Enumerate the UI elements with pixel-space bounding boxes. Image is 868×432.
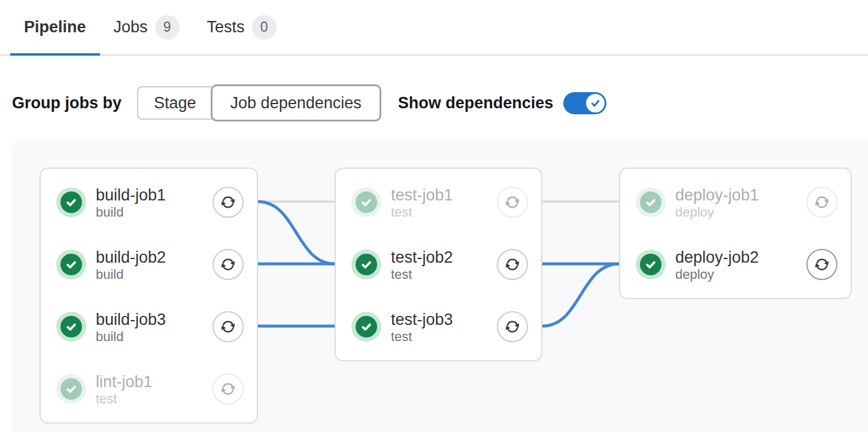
job-node-build-job1[interactable]: build-job1 build <box>56 183 244 221</box>
toggle-knob <box>586 94 605 112</box>
retry-button[interactable] <box>213 187 244 218</box>
success-check-icon <box>351 187 381 217</box>
job-node-test-job1[interactable]: test-job1 test <box>351 183 528 221</box>
retry-button[interactable] <box>497 249 528 280</box>
job-group-test: test-job1 test test-job2 test test-job3 … <box>335 168 542 361</box>
job-stage: test <box>96 391 153 406</box>
job-node-test-job3[interactable]: test-job3 test <box>351 308 528 346</box>
job-node-deploy-job1[interactable]: deploy-job1 deploy <box>636 183 837 221</box>
jobs-count-badge: 9 <box>155 15 180 39</box>
job-stage: build <box>96 205 166 220</box>
retry-icon <box>219 255 237 273</box>
job-stage: test <box>391 329 453 344</box>
job-name[interactable]: deploy-job2 <box>675 248 759 267</box>
job-stage: test <box>391 267 453 282</box>
pipeline-tab-bar: Pipeline Jobs 9 Tests 0 <box>0 0 868 56</box>
success-check-icon <box>636 250 666 279</box>
job-node-build-job2[interactable]: build-job2 build <box>56 245 244 284</box>
retry-button[interactable] <box>213 311 244 342</box>
tab-pipeline[interactable]: Pipeline <box>10 0 100 54</box>
success-check-icon <box>636 187 666 217</box>
group-by-stage-button[interactable]: Stage <box>137 86 212 120</box>
tab-label: Jobs <box>114 18 148 36</box>
pipeline-graph: build-job1 build build-job2 build build-… <box>12 139 868 432</box>
check-icon <box>590 98 601 109</box>
job-name[interactable]: test-job3 <box>391 310 453 329</box>
job-stage: deploy <box>675 205 759 220</box>
success-check-icon <box>56 250 86 279</box>
retry-button[interactable] <box>806 187 837 218</box>
group-jobs-by-label: Group jobs by <box>12 94 122 112</box>
retry-button[interactable] <box>213 249 244 280</box>
retry-button[interactable] <box>213 373 244 404</box>
job-name[interactable]: build-job3 <box>96 310 166 329</box>
job-name[interactable]: lint-job1 <box>96 372 153 391</box>
job-stage: build <box>96 267 166 282</box>
job-name[interactable]: deploy-job1 <box>675 185 759 205</box>
retry-icon <box>813 255 831 273</box>
retry-icon <box>219 380 237 398</box>
job-stage: test <box>391 205 453 220</box>
retry-icon <box>219 318 237 336</box>
retry-icon <box>503 255 521 273</box>
retry-icon <box>503 318 521 336</box>
retry-button[interactable] <box>497 311 528 342</box>
show-dependencies-label: Show dependencies <box>398 94 554 112</box>
job-stage: build <box>96 329 166 344</box>
tests-count-badge: 0 <box>252 15 277 39</box>
tab-jobs[interactable]: Jobs 9 <box>100 0 193 54</box>
success-check-icon <box>56 187 86 217</box>
job-node-build-job3[interactable]: build-job3 build <box>56 308 244 346</box>
job-name[interactable]: build-job2 <box>96 248 166 267</box>
retry-icon <box>503 193 521 211</box>
tab-label: Tests <box>207 18 245 36</box>
success-check-icon <box>56 374 86 404</box>
tab-tests[interactable]: Tests 0 <box>193 0 290 54</box>
success-check-icon <box>56 312 86 342</box>
job-group-deploy: deploy-job1 deploy deploy-job2 deploy <box>619 168 852 299</box>
tab-label: Pipeline <box>24 18 86 36</box>
retry-button[interactable] <box>497 187 528 218</box>
show-dependencies-toggle[interactable] <box>563 92 606 114</box>
job-node-test-job2[interactable]: test-job2 test <box>351 245 528 284</box>
job-node-lint-job1[interactable]: lint-job1 test <box>56 370 244 408</box>
job-group-build: build-job1 build build-job2 build build-… <box>40 168 258 424</box>
retry-icon <box>813 193 831 211</box>
success-check-icon <box>351 312 381 342</box>
job-stage: deploy <box>675 267 759 282</box>
job-node-deploy-job2[interactable]: deploy-job2 deploy <box>636 245 837 284</box>
retry-button[interactable] <box>806 249 837 280</box>
group-by-job-dependencies-button[interactable]: Job dependencies <box>211 84 381 121</box>
graph-controls: Group jobs by Stage Job dependencies Sho… <box>12 84 868 121</box>
job-name[interactable]: test-job2 <box>391 248 453 267</box>
job-name[interactable]: build-job1 <box>96 185 166 205</box>
retry-icon <box>219 193 237 211</box>
success-check-icon <box>351 250 381 279</box>
job-name[interactable]: test-job1 <box>391 185 453 205</box>
group-by-segmented-control: Stage Job dependencies <box>137 84 381 121</box>
